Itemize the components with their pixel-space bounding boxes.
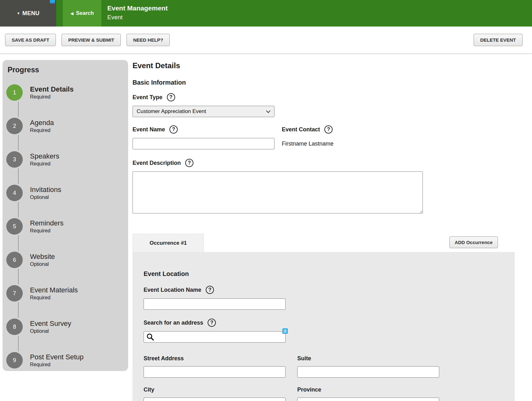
step-number: 1 xyxy=(13,89,16,96)
header-titles: Event Management Event xyxy=(107,4,168,21)
progress-step-event-materials[interactable]: 7 Event Materials Required xyxy=(6,285,124,302)
step-connector xyxy=(18,336,19,351)
step-connector xyxy=(18,202,19,218)
step-status: Optional xyxy=(30,261,55,268)
help-icon[interactable]: ? xyxy=(185,159,193,167)
progress-step-event-details[interactable]: 1 Event Details Required xyxy=(6,84,124,101)
step-number: 2 xyxy=(13,123,16,129)
street-address-label: Street Address xyxy=(144,355,184,362)
help-icon[interactable]: ? xyxy=(169,125,178,134)
address-search-input[interactable] xyxy=(144,331,286,343)
step-label: Reminders xyxy=(30,219,63,227)
step-label: Agenda xyxy=(30,118,54,127)
progress-step-agenda[interactable]: 2 Agenda Required xyxy=(6,118,124,134)
step-status: Required xyxy=(30,361,84,368)
event-type-label: Event Type xyxy=(133,94,163,101)
step-number: 6 xyxy=(13,257,16,263)
step-status: Optional xyxy=(30,194,61,201)
menu-caret-icon: ▼ xyxy=(17,11,20,15)
content-area: Progress 1 Event Details Required 2 Agen… xyxy=(0,54,532,401)
step-number-badge: 5 xyxy=(6,218,23,235)
step-status: Required xyxy=(30,93,74,100)
page-subtitle: Event xyxy=(107,14,168,21)
step-label: Invitations xyxy=(30,185,61,194)
progress-step-website[interactable]: 6 Website Optional xyxy=(6,252,124,268)
city-input[interactable] xyxy=(144,398,286,401)
progress-sidebar: Progress 1 Event Details Required 2 Agen… xyxy=(3,60,128,371)
step-number-badge: 2 xyxy=(6,118,23,134)
address-search-wrapper xyxy=(144,331,286,343)
delete-event-button[interactable]: DELETE EVENT xyxy=(474,34,523,46)
step-connector xyxy=(18,101,19,117)
step-number-badge: 7 xyxy=(6,285,23,302)
address-list-icon[interactable] xyxy=(282,328,288,334)
suite-label: Suite xyxy=(297,355,311,362)
step-status: Required xyxy=(30,160,59,167)
step-status: Required xyxy=(30,127,54,134)
save-as-draft-button[interactable]: SAVE AS DRAFT xyxy=(5,34,56,46)
progress-step-event-survey[interactable]: 8 Event Survey Optional xyxy=(6,319,124,335)
search-label: Search xyxy=(76,10,94,16)
step-label: Event Details xyxy=(30,85,74,93)
menu-button[interactable]: ▼ MENU xyxy=(0,0,56,27)
step-number: 5 xyxy=(13,223,16,230)
notification-icon xyxy=(50,0,55,3)
progress-step-speakers[interactable]: 3 Speakers Required xyxy=(6,151,124,168)
step-status: Required xyxy=(30,227,63,234)
preview-submit-button[interactable]: PREVIEW & SUBMIT xyxy=(62,34,121,46)
step-number: 7 xyxy=(13,290,16,297)
need-help-button[interactable]: NEED HELP? xyxy=(127,34,170,46)
step-connector xyxy=(18,235,19,251)
help-icon[interactable]: ? xyxy=(324,125,333,134)
step-label: Speakers xyxy=(30,152,59,160)
add-occurrence-button[interactable]: ADD Occurrence xyxy=(449,236,498,248)
search-button[interactable]: ◀ Search xyxy=(63,0,101,27)
app-header: ▼ MENU ◀ Search Event Management Event xyxy=(0,0,532,27)
event-description-label: Event Description xyxy=(133,160,181,166)
step-number: 9 xyxy=(13,357,16,364)
help-icon[interactable]: ? xyxy=(167,93,175,101)
section-title: Event Details xyxy=(133,61,532,70)
event-contact-label: Event Contact xyxy=(282,126,320,133)
progress-heading: Progress xyxy=(8,66,124,74)
event-location-heading: Event Location xyxy=(144,270,504,278)
occurrence-tab-label: Occurrence #1 xyxy=(150,240,187,246)
event-description-textarea[interactable] xyxy=(133,171,423,213)
step-number: 8 xyxy=(13,324,16,330)
step-connector xyxy=(18,269,19,284)
step-label: Event Materials xyxy=(30,286,78,294)
event-name-input[interactable] xyxy=(133,138,275,149)
street-address-input[interactable] xyxy=(144,366,286,378)
main-form: Event Details Basic Information Event Ty… xyxy=(133,60,532,401)
step-status: Required xyxy=(30,294,78,301)
event-location-name-label: Event Location Name xyxy=(144,287,201,293)
chevron-down-icon xyxy=(266,109,270,113)
back-arrow-icon: ◀ xyxy=(70,11,74,16)
step-label: Post Event Setup xyxy=(30,353,84,361)
event-location-name-input[interactable] xyxy=(144,298,286,310)
suite-input[interactable] xyxy=(297,366,439,378)
progress-step-invitations[interactable]: 4 Invitations Optional xyxy=(6,185,124,201)
menu-label: MENU xyxy=(22,10,39,17)
step-number-badge: 8 xyxy=(6,319,23,335)
help-icon[interactable]: ? xyxy=(208,319,216,327)
progress-step-post-event-setup[interactable]: 9 Post Event Setup Required xyxy=(6,352,124,368)
tab-occurrence-1[interactable]: Occurrence #1 xyxy=(133,234,204,252)
step-number: 4 xyxy=(13,190,16,196)
step-label: Event Survey xyxy=(30,319,71,328)
province-input[interactable] xyxy=(297,398,439,401)
event-type-selected-value: Customer Appreciation Event xyxy=(137,108,266,115)
step-number-badge: 3 xyxy=(6,151,23,168)
event-type-select[interactable]: Customer Appreciation Event xyxy=(133,106,275,117)
province-label: Province xyxy=(297,386,321,393)
city-label: City xyxy=(144,386,154,393)
progress-step-reminders[interactable]: 5 Reminders Required xyxy=(6,218,124,235)
step-number: 3 xyxy=(13,156,16,163)
step-number-badge: 6 xyxy=(6,252,23,268)
occurrence-panel: Event Location Event Location Name ? Sea… xyxy=(133,252,515,401)
page-title: Event Management xyxy=(107,4,168,12)
help-icon[interactable]: ? xyxy=(206,286,214,294)
step-connector xyxy=(18,302,19,318)
step-number-badge: 4 xyxy=(6,185,23,201)
step-status: Optional xyxy=(30,328,71,335)
